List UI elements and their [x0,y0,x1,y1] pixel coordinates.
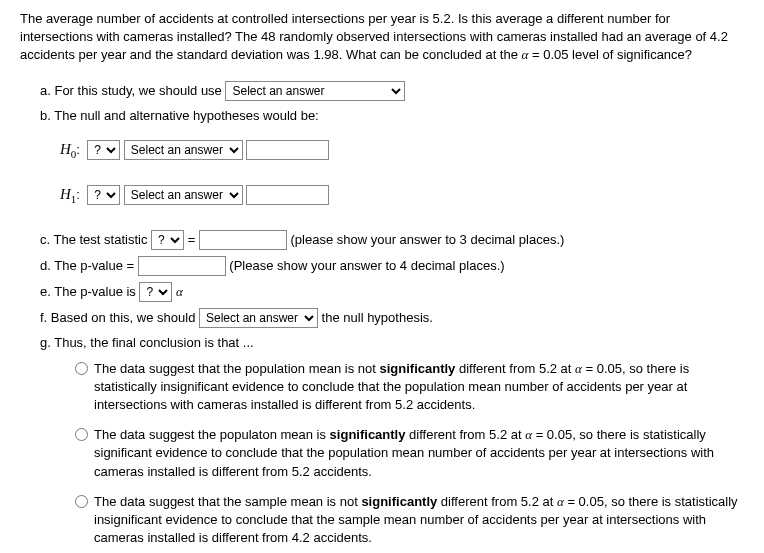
intro-text: The average number of accidents at contr… [20,10,744,65]
question-b: b. The null and alternative hypotheses w… [40,107,744,125]
conclusion-option-1[interactable]: The data suggest that the population mea… [70,360,744,415]
pvalue-compare-select[interactable]: ? [139,282,172,302]
conclusion-option-3[interactable]: The data suggest that the sample mean is… [70,493,744,548]
decision-select[interactable]: Select an answer [199,308,318,328]
study-type-select[interactable]: Select an answer [225,81,405,101]
h1-operator-select[interactable]: Select an answer [124,185,243,205]
h1-param-select[interactable]: ? [87,185,120,205]
test-stat-type-select[interactable]: ? [151,230,184,250]
question-a: a. For this study, we should use Select … [40,81,744,101]
h0-value-input[interactable] [246,140,329,160]
h0-param-select[interactable]: ? [87,140,120,160]
conclusion-option-2[interactable]: The data suggest the populaton mean is s… [70,426,744,481]
question-f: f. Based on this, we should Select an an… [40,308,744,328]
question-g: g. Thus, the final conclusion is that ..… [40,334,744,352]
p-value-input[interactable] [138,256,226,276]
question-e: e. The p-value is ? α [40,282,744,302]
question-d: d. The p-value = (Please show your answe… [40,256,744,276]
conclusion-radio-3[interactable] [75,495,88,508]
h1-value-input[interactable] [246,185,329,205]
conclusion-radio-1[interactable] [75,362,88,375]
h1-row: H1: ? Select an answer [60,184,744,207]
test-statistic-input[interactable] [199,230,287,250]
conclusion-radio-2[interactable] [75,428,88,441]
h0-row: H0: ? Select an answer [60,139,744,162]
h0-operator-select[interactable]: Select an answer [124,140,243,160]
question-c: c. The test statistic ? = (please show y… [40,230,744,250]
